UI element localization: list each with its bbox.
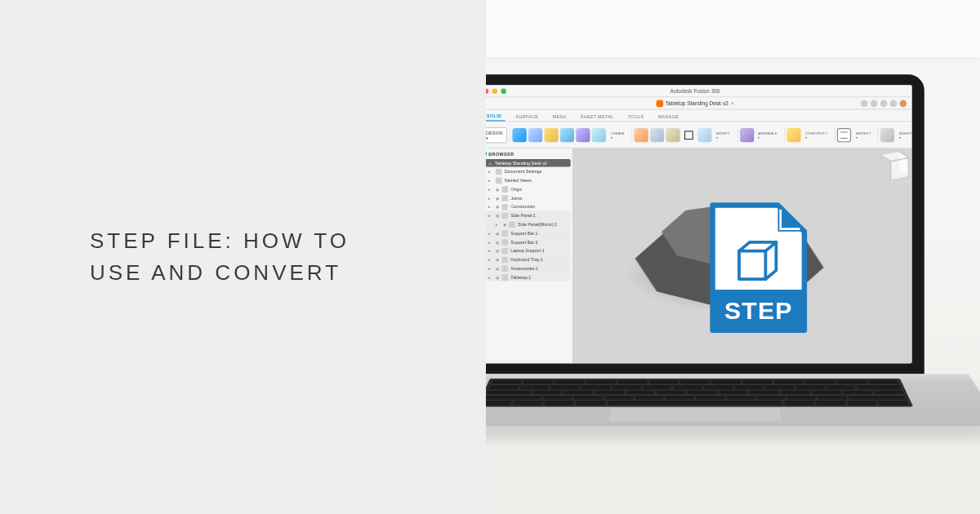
chevron-right-icon[interactable]: ▸ xyxy=(488,239,492,244)
draft-icon[interactable] xyxy=(666,128,679,142)
visibility-icon[interactable]: ◉ xyxy=(495,213,498,218)
laptop-screen-bezel: Autodesk Fusion 360 Tabletop Standing De… xyxy=(486,74,924,374)
tree-item[interactable]: ▸◉Side Panel(Mirror):1 xyxy=(486,219,570,228)
visibility-icon[interactable]: ◉ xyxy=(495,239,498,244)
component-icon xyxy=(501,265,508,272)
help-icon[interactable] xyxy=(889,100,897,107)
visibility-icon[interactable]: ◉ xyxy=(495,248,498,253)
visibility-icon[interactable]: ◉ xyxy=(495,230,498,235)
component-tree[interactable]: ▾ ◉ Tabletop Standing Desk v2 ▸Document … xyxy=(486,159,572,285)
tree-item[interactable]: ▸◉Keyboard Tray:1 xyxy=(486,255,570,264)
group-create: CREATE ▾ xyxy=(510,128,629,142)
tab-surface[interactable]: SURFACE xyxy=(512,113,541,122)
component-icon xyxy=(501,212,508,219)
viewport-row: BROWSER ▾ ◉ Tabletop Standing Desk v2 ▸D… xyxy=(486,148,911,364)
header-right-icons xyxy=(861,100,906,107)
group-create-label[interactable]: CREATE ▾ xyxy=(610,131,624,140)
browser-title: BROWSER xyxy=(488,151,514,156)
new-sketch-icon[interactable] xyxy=(512,128,526,142)
chevron-right-icon[interactable]: ▸ xyxy=(488,248,492,253)
close-tab-icon[interactable]: × xyxy=(731,100,734,105)
browser-collapse-icon[interactable] xyxy=(486,151,487,156)
user-avatar-icon[interactable] xyxy=(899,100,906,107)
visibility-icon[interactable]: ◉ xyxy=(488,161,492,166)
notification-icon[interactable] xyxy=(870,100,877,107)
component-icon xyxy=(501,230,508,237)
close-icon[interactable] xyxy=(486,88,488,93)
step-file-icon: STEP xyxy=(705,202,811,337)
chevron-right-icon[interactable]: ▸ xyxy=(488,274,492,279)
chevron-right-icon[interactable]: ▸ xyxy=(488,178,492,183)
workspace-tabs: SOLID SURFACE MESH SHEET METAL TOOLS MAN… xyxy=(486,109,911,122)
extrude-icon[interactable] xyxy=(528,128,542,142)
revolve-icon[interactable] xyxy=(544,128,558,142)
viewcube[interactable] xyxy=(884,154,902,178)
construct-plane-icon[interactable] xyxy=(786,128,800,142)
align-icon[interactable] xyxy=(697,128,711,142)
joint-icon[interactable] xyxy=(739,128,753,142)
browser-header[interactable]: BROWSER xyxy=(486,148,572,159)
minimize-icon[interactable] xyxy=(492,88,497,93)
chevron-right-icon[interactable]: ▸ xyxy=(488,230,492,235)
move-icon[interactable] xyxy=(681,128,695,142)
visibility-icon[interactable]: ◉ xyxy=(495,266,498,271)
tree-root[interactable]: ▾ ◉ Tabletop Standing Desk v2 xyxy=(486,159,570,167)
tab-manage[interactable]: MANAGE xyxy=(654,113,682,122)
group-modify-label[interactable]: MODIFY ▾ xyxy=(716,131,730,140)
tree-item[interactable]: ▸◉Origin xyxy=(486,184,570,193)
visibility-icon[interactable]: ◉ xyxy=(495,257,498,262)
group-inspect-label[interactable]: INSPECT ▾ xyxy=(855,131,871,140)
insert-icon[interactable] xyxy=(880,128,894,142)
visibility-icon[interactable]: ◉ xyxy=(495,186,498,191)
chevron-right-icon[interactable]: ▸ xyxy=(495,222,499,227)
box-primitive-icon[interactable] xyxy=(591,128,605,142)
title-block: STEP FILE: HOW TO USE AND CONVERT xyxy=(90,225,350,289)
job-status-icon[interactable] xyxy=(880,100,887,107)
shell-icon[interactable] xyxy=(650,128,664,142)
viewcube-front[interactable] xyxy=(890,157,908,181)
visibility-icon[interactable]: ◉ xyxy=(495,195,498,200)
visibility-icon[interactable]: ◉ xyxy=(502,222,506,227)
tab-sheetmetal[interactable]: SHEET METAL xyxy=(577,113,617,122)
tree-item[interactable]: ▸◉Support Bar:2 xyxy=(486,237,570,246)
workspace-switcher[interactable]: DESIGN ▾ xyxy=(486,126,507,142)
tree-item[interactable]: ▸◉Joints xyxy=(486,193,570,202)
fillet-icon[interactable] xyxy=(634,128,648,142)
chevron-right-icon[interactable]: ▸ xyxy=(488,186,492,191)
chevron-right-icon[interactable]: ▸ xyxy=(488,213,492,218)
visibility-icon[interactable]: ◉ xyxy=(495,204,498,209)
extensions-icon[interactable] xyxy=(861,100,868,107)
document-tab[interactable]: Tabletop Standing Desk v2 × xyxy=(655,100,733,107)
tree-item[interactable]: ▸◉Laptop Support:1 xyxy=(486,246,570,255)
chevron-right-icon[interactable]: ▸ xyxy=(488,204,492,209)
tab-mesh[interactable]: MESH xyxy=(549,113,570,122)
tree-item[interactable]: ▸Document Settings xyxy=(486,167,570,176)
measure-icon[interactable] xyxy=(837,128,851,142)
folder-icon xyxy=(495,168,501,175)
tree-item[interactable]: ▸◉Accessories:1 xyxy=(486,264,570,273)
3d-canvas[interactable]: STEP xyxy=(572,148,911,364)
loft-icon[interactable] xyxy=(576,128,590,142)
window-controls[interactable] xyxy=(486,88,506,93)
group-assemble: ASSEMBLE ▾ xyxy=(737,128,782,142)
component-icon xyxy=(501,239,508,246)
group-construct-label[interactable]: CONSTRUCT ▾ xyxy=(805,131,827,140)
sweep-icon[interactable] xyxy=(559,128,573,142)
tree-item[interactable]: ▸◉Support Bar:1 xyxy=(486,228,570,237)
fusion-icon xyxy=(655,100,662,107)
chevron-right-icon[interactable]: ▸ xyxy=(488,266,492,271)
chevron-right-icon[interactable]: ▸ xyxy=(488,169,492,174)
group-insert-label[interactable]: INSERT ▾ xyxy=(899,131,912,140)
tab-solid[interactable]: SOLID xyxy=(486,112,505,122)
tree-item[interactable]: ▸◉Side Panel:1 xyxy=(486,211,570,220)
group-assemble-label[interactable]: ASSEMBLE ▾ xyxy=(758,131,777,140)
tab-tools[interactable]: TOOLS xyxy=(624,113,647,122)
chevron-right-icon[interactable]: ▸ xyxy=(488,195,492,200)
tree-item[interactable]: ▸◉Construction xyxy=(486,202,570,211)
construction-icon xyxy=(501,203,508,210)
chevron-right-icon[interactable]: ▸ xyxy=(488,257,492,262)
tree-item[interactable]: ▸◉Tabletop:1 xyxy=(486,273,570,281)
maximize-icon[interactable] xyxy=(501,88,506,93)
visibility-icon[interactable]: ◉ xyxy=(495,274,498,279)
tree-item[interactable]: ▸Named Views xyxy=(486,175,570,184)
